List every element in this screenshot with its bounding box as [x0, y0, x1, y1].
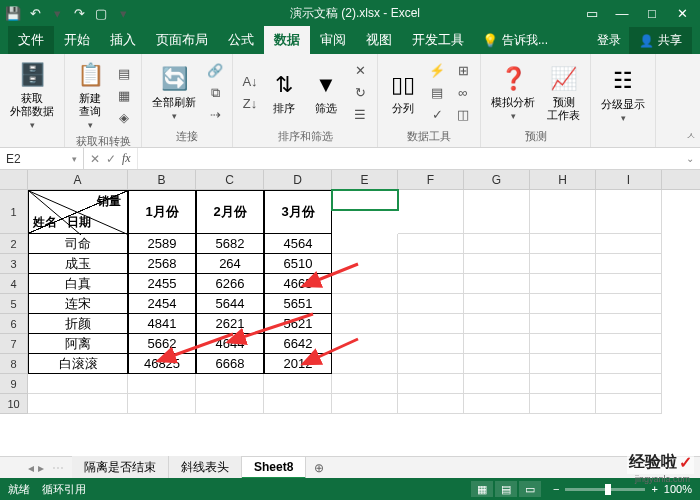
header-month-2[interactable]: 2月份 — [196, 190, 264, 234]
edit-links-icon[interactable]: ⇢ — [204, 105, 226, 125]
cell[interactable] — [128, 394, 196, 414]
row-header[interactable]: 6 — [0, 314, 28, 334]
cell[interactable] — [596, 354, 662, 374]
maximize-icon[interactable]: □ — [638, 3, 666, 23]
cell[interactable] — [596, 394, 662, 414]
cell[interactable] — [398, 254, 464, 274]
cell-value[interactable]: 6668 — [196, 354, 264, 374]
text-to-columns-button[interactable]: ▯▯ 分列 — [384, 68, 422, 117]
cell[interactable] — [332, 294, 398, 314]
enter-formula-icon[interactable]: ✓ — [106, 152, 116, 166]
cell[interactable] — [128, 374, 196, 394]
zoom-level[interactable]: 100% — [664, 483, 692, 495]
cell[interactable] — [398, 294, 464, 314]
cell-value[interactable]: 6642 — [264, 334, 332, 354]
sheet-tab-2[interactable]: 斜线表头 — [169, 456, 242, 479]
refresh-all-button[interactable]: 🔄 全部刷新 ▾ — [148, 62, 200, 123]
view-page-break-icon[interactable]: ▭ — [519, 481, 541, 497]
cell[interactable] — [464, 234, 530, 254]
cell[interactable] — [596, 314, 662, 334]
new-doc-icon[interactable]: ▢ — [92, 4, 110, 22]
cell[interactable] — [464, 314, 530, 334]
tab-review[interactable]: 审阅 — [310, 26, 356, 54]
header-month-1[interactable]: 1月份 — [128, 190, 196, 234]
cell[interactable] — [398, 274, 464, 294]
col-header-C[interactable]: C — [196, 170, 264, 189]
cell[interactable] — [530, 314, 596, 334]
cell[interactable] — [398, 190, 464, 234]
cell-name[interactable]: 折颜 — [28, 314, 128, 334]
row-header[interactable]: 5 — [0, 294, 28, 314]
sort-button[interactable]: ⇅ 排序 — [265, 68, 303, 117]
cell-value[interactable]: 4665 — [264, 274, 332, 294]
cell-value[interactable]: 6510 — [264, 254, 332, 274]
tab-view[interactable]: 视图 — [356, 26, 402, 54]
cell[interactable] — [264, 394, 332, 414]
row-header[interactable]: 4 — [0, 274, 28, 294]
tab-home[interactable]: 开始 — [54, 26, 100, 54]
zoom-in-icon[interactable]: + — [651, 483, 657, 495]
clear-filter-icon[interactable]: ✕ — [349, 61, 371, 81]
properties-icon[interactable]: ⧉ — [204, 83, 226, 103]
row-header[interactable]: 9 — [0, 374, 28, 394]
col-header-B[interactable]: B — [128, 170, 196, 189]
cell-value[interactable]: 4644 — [196, 334, 264, 354]
row-header[interactable]: 10 — [0, 394, 28, 414]
save-icon[interactable]: 💾 — [4, 4, 22, 22]
cell[interactable] — [596, 334, 662, 354]
cell[interactable] — [332, 274, 398, 294]
flash-fill-icon[interactable]: ⚡ — [426, 61, 448, 81]
connections-icon[interactable]: 🔗 — [204, 61, 226, 81]
row-header[interactable]: 3 — [0, 254, 28, 274]
remove-dup-icon[interactable]: ▤ — [426, 83, 448, 103]
col-header-E[interactable]: E — [332, 170, 398, 189]
cell-value[interactable]: 2589 — [128, 234, 196, 254]
cell-value[interactable]: 2621 — [196, 314, 264, 334]
cell-value[interactable]: 5621 — [264, 314, 332, 334]
col-header-F[interactable]: F — [398, 170, 464, 189]
zoom-out-icon[interactable]: − — [553, 483, 559, 495]
cancel-formula-icon[interactable]: ✕ — [90, 152, 100, 166]
cell[interactable] — [464, 354, 530, 374]
cell[interactable] — [28, 394, 128, 414]
cell-value[interactable]: 2568 — [128, 254, 196, 274]
undo-dropdown-icon[interactable]: ▾ — [48, 4, 66, 22]
formula-input[interactable] — [138, 148, 680, 169]
tab-file[interactable]: 文件 — [8, 26, 54, 54]
filter-button[interactable]: ▼ 筛选 — [307, 68, 345, 117]
cell[interactable] — [264, 374, 332, 394]
cell-value[interactable]: 4564 — [264, 234, 332, 254]
cell-value[interactable]: 2455 — [128, 274, 196, 294]
cell-value[interactable]: 5651 — [264, 294, 332, 314]
cell[interactable] — [332, 314, 398, 334]
name-box[interactable]: E2▾ — [0, 148, 84, 169]
tab-insert[interactable]: 插入 — [100, 26, 146, 54]
recent-sources-icon[interactable]: ◈ — [113, 107, 135, 127]
col-header-D[interactable]: D — [264, 170, 332, 189]
cell[interactable] — [398, 374, 464, 394]
col-header-H[interactable]: H — [530, 170, 596, 189]
forecast-button[interactable]: 📈 预测 工作表 — [543, 62, 584, 124]
cell[interactable] — [464, 274, 530, 294]
cell[interactable] — [332, 374, 398, 394]
cell-value[interactable]: 46825 — [128, 354, 196, 374]
zoom-slider[interactable] — [565, 488, 645, 491]
tab-layout[interactable]: 页面布局 — [146, 26, 218, 54]
cell[interactable] — [530, 274, 596, 294]
cell[interactable] — [196, 394, 264, 414]
cell-name[interactable]: 连宋 — [28, 294, 128, 314]
cell[interactable] — [464, 374, 530, 394]
cell[interactable] — [398, 394, 464, 414]
add-sheet-icon[interactable]: ⊕ — [306, 458, 332, 478]
get-external-data-button[interactable]: 🗄️ 获取 外部数据 ▾ — [6, 58, 58, 132]
cell-E2-selected[interactable] — [332, 190, 398, 210]
collapse-ribbon-icon[interactable]: ㅅ — [686, 129, 696, 143]
cell[interactable] — [530, 394, 596, 414]
view-page-layout-icon[interactable]: ▤ — [495, 481, 517, 497]
tab-data[interactable]: 数据 — [264, 26, 310, 54]
from-table-icon[interactable]: ▦ — [113, 85, 135, 105]
col-header-G[interactable]: G — [464, 170, 530, 189]
view-normal-icon[interactable]: ▦ — [471, 481, 493, 497]
show-queries-icon[interactable]: ▤ — [113, 63, 135, 83]
fx-icon[interactable]: fx — [122, 151, 131, 166]
